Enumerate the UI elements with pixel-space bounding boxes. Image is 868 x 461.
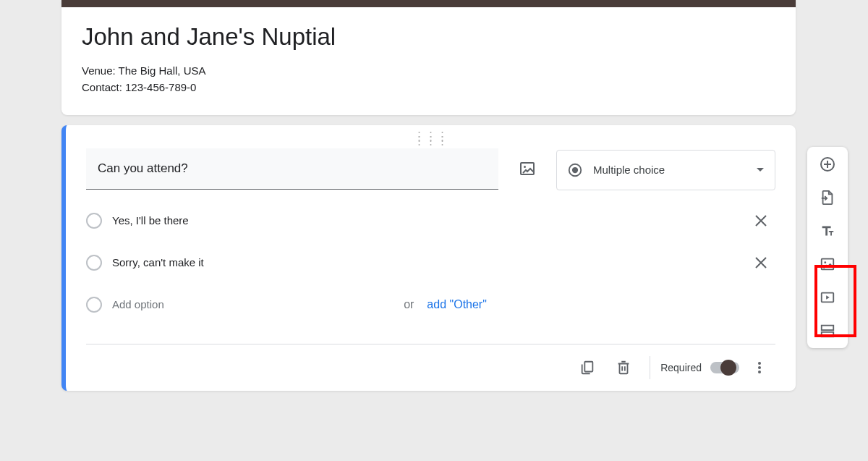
add-image-button[interactable] [511, 153, 543, 185]
svg-point-1 [524, 166, 526, 168]
delete-button[interactable] [608, 352, 639, 384]
question-footer: Required [86, 344, 775, 391]
question-type-label: Multiple choice [593, 164, 746, 176]
section-icon [820, 323, 835, 339]
more-options-button[interactable] [744, 352, 775, 384]
svg-point-6 [758, 366, 761, 369]
add-image-button[interactable] [817, 254, 838, 274]
add-question-button[interactable] [817, 154, 838, 174]
option-row[interactable]: Yes, I'll be there [86, 203, 775, 238]
close-icon [754, 256, 767, 269]
copy-icon [579, 360, 595, 376]
svg-point-3 [572, 166, 578, 172]
radio-icon [567, 162, 583, 178]
close-icon [754, 214, 767, 227]
side-toolbar [807, 147, 848, 348]
form-title[interactable]: John and Jane's Nuptial [82, 23, 775, 51]
add-video-button[interactable] [817, 287, 838, 308]
chevron-down-icon [756, 166, 765, 174]
image-icon [519, 160, 536, 177]
svg-point-7 [758, 371, 761, 373]
svg-rect-13 [822, 332, 834, 337]
question-type-select[interactable]: Multiple choice [556, 150, 775, 190]
import-icon [820, 190, 835, 206]
description-line-1: Venue: The Big Hall, USA [82, 64, 206, 77]
add-other-link[interactable]: add "Other" [427, 298, 487, 311]
image-icon [820, 256, 835, 272]
or-text: or [404, 298, 414, 311]
drag-handle-icon[interactable]: ⋮⋮⋮⋮⋮⋮ [86, 134, 775, 148]
radio-circle-icon [86, 213, 102, 229]
separator [650, 356, 650, 379]
text-icon [820, 223, 835, 239]
duplicate-button[interactable] [571, 352, 603, 384]
header-accent-bar [61, 0, 796, 7]
remove-option-button[interactable] [746, 248, 775, 277]
more-vert-icon [752, 360, 767, 375]
svg-rect-4 [585, 361, 593, 371]
option-text[interactable]: Sorry, can't make it [112, 256, 736, 268]
plus-circle-icon [819, 156, 836, 173]
svg-point-10 [824, 261, 826, 263]
add-title-button[interactable] [817, 221, 838, 241]
import-questions-button[interactable] [817, 187, 838, 208]
add-section-button[interactable] [817, 321, 838, 341]
required-label: Required [660, 362, 702, 373]
question-text-input[interactable] [86, 148, 498, 190]
video-icon [820, 289, 835, 305]
trash-icon [616, 360, 631, 376]
svg-point-5 [758, 362, 761, 365]
required-toggle[interactable] [710, 362, 739, 373]
description-line-2: Contact: 123-456-789-0 [82, 81, 196, 93]
add-option-row: Add option or add "Other" [86, 287, 775, 322]
option-text[interactable]: Yes, I'll be there [112, 214, 736, 227]
add-option-link[interactable]: Add option [112, 298, 391, 310]
radio-circle-icon [86, 297, 102, 313]
svg-rect-12 [822, 326, 834, 330]
toggle-knob [720, 360, 736, 376]
question-card[interactable]: ⋮⋮⋮⋮⋮⋮ Multiple choice [61, 125, 796, 391]
form-description[interactable]: Venue: The Big Hall, USA Contact: 123-45… [82, 62, 775, 96]
radio-circle-icon [86, 255, 102, 271]
option-row[interactable]: Sorry, can't make it [86, 245, 775, 280]
form-header-card: John and Jane's Nuptial Venue: The Big H… [61, 0, 796, 115]
remove-option-button[interactable] [746, 206, 775, 235]
